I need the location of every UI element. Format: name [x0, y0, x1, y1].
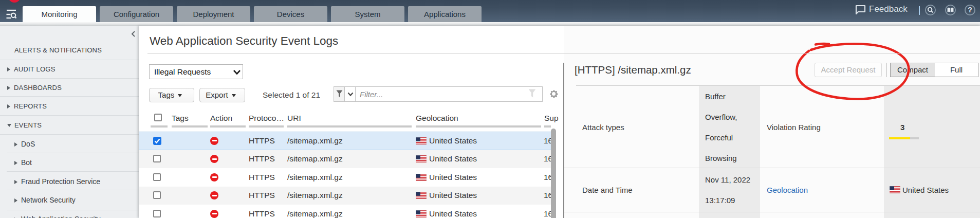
- svg-text:?: ?: [968, 6, 972, 14]
